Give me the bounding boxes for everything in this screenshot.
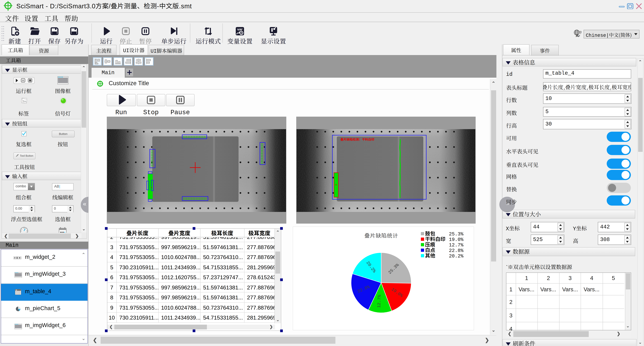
svg-text:19.0%: 19.0% [449,237,464,242]
svg-text:20.2%: 20.2% [449,253,464,259]
svg-text:12.7%: 12.7% [449,242,464,248]
svg-text:其他: 其他 [425,252,435,259]
svg-text:叠片缺陷统计: 叠片缺陷统计 [364,231,398,239]
svg-text:叠片缺陷检测：干料白印: 叠片缺陷检测：干料白印 [340,137,374,141]
svg-text:A: A [576,33,578,38]
svg-text:25.3%: 25.3% [449,231,464,237]
svg-text:22.8%: 22.8% [449,248,464,253]
svg-text:var: var [237,27,242,31]
svg-text:12.7%: 12.7% [376,295,382,308]
svg-text:字: 字 [579,31,582,34]
